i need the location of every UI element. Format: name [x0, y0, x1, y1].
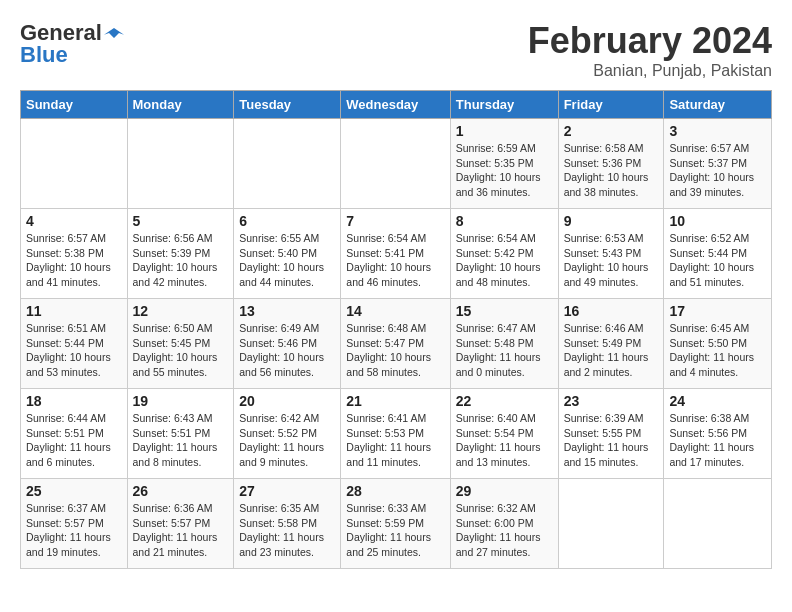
day-number: 13: [239, 303, 335, 319]
day-info: Sunrise: 6:57 AMSunset: 5:37 PMDaylight:…: [669, 141, 766, 200]
day-number: 25: [26, 483, 122, 499]
calendar-cell: 7Sunrise: 6:54 AMSunset: 5:41 PMDaylight…: [341, 209, 450, 299]
day-number: 8: [456, 213, 553, 229]
calendar-cell: 10Sunrise: 6:52 AMSunset: 5:44 PMDayligh…: [664, 209, 772, 299]
day-number: 7: [346, 213, 444, 229]
day-info: Sunrise: 6:40 AMSunset: 5:54 PMDaylight:…: [456, 411, 553, 470]
calendar-cell: 14Sunrise: 6:48 AMSunset: 5:47 PMDayligh…: [341, 299, 450, 389]
calendar-cell: [127, 119, 234, 209]
day-info: Sunrise: 6:41 AMSunset: 5:53 PMDaylight:…: [346, 411, 444, 470]
logo-bird-icon: [104, 26, 124, 40]
calendar-cell: [664, 479, 772, 569]
title-section: February 2024 Banian, Punjab, Pakistan: [528, 20, 772, 80]
calendar-week-row: 18Sunrise: 6:44 AMSunset: 5:51 PMDayligh…: [21, 389, 772, 479]
day-number: 23: [564, 393, 659, 409]
calendar-table: SundayMondayTuesdayWednesdayThursdayFrid…: [20, 90, 772, 569]
day-number: 18: [26, 393, 122, 409]
day-info: Sunrise: 6:46 AMSunset: 5:49 PMDaylight:…: [564, 321, 659, 380]
day-number: 21: [346, 393, 444, 409]
calendar-cell: 19Sunrise: 6:43 AMSunset: 5:51 PMDayligh…: [127, 389, 234, 479]
day-info: Sunrise: 6:38 AMSunset: 5:56 PMDaylight:…: [669, 411, 766, 470]
calendar-cell: [21, 119, 128, 209]
day-number: 12: [133, 303, 229, 319]
calendar-cell: 26Sunrise: 6:36 AMSunset: 5:57 PMDayligh…: [127, 479, 234, 569]
calendar-cell: 3Sunrise: 6:57 AMSunset: 5:37 PMDaylight…: [664, 119, 772, 209]
day-info: Sunrise: 6:43 AMSunset: 5:51 PMDaylight:…: [133, 411, 229, 470]
calendar-header-row: SundayMondayTuesdayWednesdayThursdayFrid…: [21, 91, 772, 119]
calendar-cell: 16Sunrise: 6:46 AMSunset: 5:49 PMDayligh…: [558, 299, 664, 389]
calendar-cell: 9Sunrise: 6:53 AMSunset: 5:43 PMDaylight…: [558, 209, 664, 299]
calendar-cell: 27Sunrise: 6:35 AMSunset: 5:58 PMDayligh…: [234, 479, 341, 569]
calendar-cell: 8Sunrise: 6:54 AMSunset: 5:42 PMDaylight…: [450, 209, 558, 299]
day-info: Sunrise: 6:35 AMSunset: 5:58 PMDaylight:…: [239, 501, 335, 560]
calendar-cell: [341, 119, 450, 209]
calendar-cell: 15Sunrise: 6:47 AMSunset: 5:48 PMDayligh…: [450, 299, 558, 389]
day-info: Sunrise: 6:32 AMSunset: 6:00 PMDaylight:…: [456, 501, 553, 560]
calendar-cell: 25Sunrise: 6:37 AMSunset: 5:57 PMDayligh…: [21, 479, 128, 569]
day-number: 27: [239, 483, 335, 499]
calendar-week-row: 1Sunrise: 6:59 AMSunset: 5:35 PMDaylight…: [21, 119, 772, 209]
day-number: 6: [239, 213, 335, 229]
weekday-header-thursday: Thursday: [450, 91, 558, 119]
page-header: General Blue February 2024 Banian, Punja…: [20, 20, 772, 80]
day-info: Sunrise: 6:56 AMSunset: 5:39 PMDaylight:…: [133, 231, 229, 290]
calendar-cell: 29Sunrise: 6:32 AMSunset: 6:00 PMDayligh…: [450, 479, 558, 569]
calendar-cell: 12Sunrise: 6:50 AMSunset: 5:45 PMDayligh…: [127, 299, 234, 389]
day-info: Sunrise: 6:59 AMSunset: 5:35 PMDaylight:…: [456, 141, 553, 200]
day-number: 11: [26, 303, 122, 319]
day-info: Sunrise: 6:47 AMSunset: 5:48 PMDaylight:…: [456, 321, 553, 380]
calendar-cell: [558, 479, 664, 569]
day-info: Sunrise: 6:54 AMSunset: 5:42 PMDaylight:…: [456, 231, 553, 290]
day-number: 20: [239, 393, 335, 409]
calendar-week-row: 25Sunrise: 6:37 AMSunset: 5:57 PMDayligh…: [21, 479, 772, 569]
day-number: 29: [456, 483, 553, 499]
calendar-cell: 13Sunrise: 6:49 AMSunset: 5:46 PMDayligh…: [234, 299, 341, 389]
day-info: Sunrise: 6:54 AMSunset: 5:41 PMDaylight:…: [346, 231, 444, 290]
calendar-cell: 5Sunrise: 6:56 AMSunset: 5:39 PMDaylight…: [127, 209, 234, 299]
calendar-cell: 22Sunrise: 6:40 AMSunset: 5:54 PMDayligh…: [450, 389, 558, 479]
day-number: 9: [564, 213, 659, 229]
day-info: Sunrise: 6:37 AMSunset: 5:57 PMDaylight:…: [26, 501, 122, 560]
calendar-week-row: 11Sunrise: 6:51 AMSunset: 5:44 PMDayligh…: [21, 299, 772, 389]
day-info: Sunrise: 6:42 AMSunset: 5:52 PMDaylight:…: [239, 411, 335, 470]
logo: General Blue: [20, 20, 124, 68]
day-info: Sunrise: 6:45 AMSunset: 5:50 PMDaylight:…: [669, 321, 766, 380]
calendar-cell: 2Sunrise: 6:58 AMSunset: 5:36 PMDaylight…: [558, 119, 664, 209]
calendar-cell: 21Sunrise: 6:41 AMSunset: 5:53 PMDayligh…: [341, 389, 450, 479]
day-number: 28: [346, 483, 444, 499]
calendar-cell: 17Sunrise: 6:45 AMSunset: 5:50 PMDayligh…: [664, 299, 772, 389]
day-info: Sunrise: 6:53 AMSunset: 5:43 PMDaylight:…: [564, 231, 659, 290]
weekday-header-wednesday: Wednesday: [341, 91, 450, 119]
location-title: Banian, Punjab, Pakistan: [528, 62, 772, 80]
day-info: Sunrise: 6:49 AMSunset: 5:46 PMDaylight:…: [239, 321, 335, 380]
day-number: 19: [133, 393, 229, 409]
weekday-header-monday: Monday: [127, 91, 234, 119]
logo-blue: Blue: [20, 42, 68, 68]
calendar-cell: 18Sunrise: 6:44 AMSunset: 5:51 PMDayligh…: [21, 389, 128, 479]
day-number: 24: [669, 393, 766, 409]
day-info: Sunrise: 6:36 AMSunset: 5:57 PMDaylight:…: [133, 501, 229, 560]
day-info: Sunrise: 6:39 AMSunset: 5:55 PMDaylight:…: [564, 411, 659, 470]
calendar-cell: 6Sunrise: 6:55 AMSunset: 5:40 PMDaylight…: [234, 209, 341, 299]
day-info: Sunrise: 6:48 AMSunset: 5:47 PMDaylight:…: [346, 321, 444, 380]
day-info: Sunrise: 6:50 AMSunset: 5:45 PMDaylight:…: [133, 321, 229, 380]
svg-marker-0: [104, 28, 124, 38]
day-number: 15: [456, 303, 553, 319]
day-number: 1: [456, 123, 553, 139]
calendar-week-row: 4Sunrise: 6:57 AMSunset: 5:38 PMDaylight…: [21, 209, 772, 299]
day-number: 3: [669, 123, 766, 139]
weekday-header-saturday: Saturday: [664, 91, 772, 119]
calendar-cell: 4Sunrise: 6:57 AMSunset: 5:38 PMDaylight…: [21, 209, 128, 299]
day-info: Sunrise: 6:57 AMSunset: 5:38 PMDaylight:…: [26, 231, 122, 290]
day-info: Sunrise: 6:58 AMSunset: 5:36 PMDaylight:…: [564, 141, 659, 200]
month-title: February 2024: [528, 20, 772, 62]
day-number: 4: [26, 213, 122, 229]
calendar-cell: 28Sunrise: 6:33 AMSunset: 5:59 PMDayligh…: [341, 479, 450, 569]
day-number: 17: [669, 303, 766, 319]
calendar-cell: 1Sunrise: 6:59 AMSunset: 5:35 PMDaylight…: [450, 119, 558, 209]
calendar-cell: 20Sunrise: 6:42 AMSunset: 5:52 PMDayligh…: [234, 389, 341, 479]
day-info: Sunrise: 6:33 AMSunset: 5:59 PMDaylight:…: [346, 501, 444, 560]
weekday-header-tuesday: Tuesday: [234, 91, 341, 119]
day-info: Sunrise: 6:44 AMSunset: 5:51 PMDaylight:…: [26, 411, 122, 470]
day-info: Sunrise: 6:51 AMSunset: 5:44 PMDaylight:…: [26, 321, 122, 380]
